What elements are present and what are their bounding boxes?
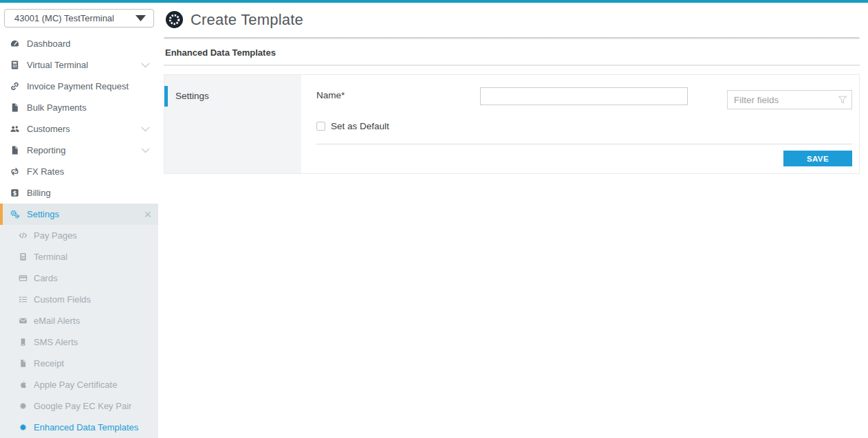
users-icon (8, 124, 21, 135)
sidebar-item-label: Billing (27, 188, 51, 198)
name-input[interactable] (480, 87, 688, 105)
code-icon (17, 230, 28, 241)
section-title: Enhanced Data Templates (164, 39, 860, 65)
exchange-icon (8, 166, 21, 177)
sidebar-item-label: Dashboard (27, 39, 71, 49)
sidebar-item-label: Settings (27, 209, 59, 219)
sidebar-item-customers[interactable]: Customers (0, 118, 158, 140)
chevron-down-icon (139, 124, 151, 135)
sidebar-item-google-pay-ec-key-pair[interactable]: Google Pay EC Key Pair (0, 395, 158, 417)
calculator-icon (8, 60, 21, 71)
sidebar-item-billing[interactable]: $Billing (0, 182, 158, 204)
chevron-down-icon (139, 60, 151, 71)
sidebar-item-label: Pay Pages (34, 230, 77, 241)
sidebar-item-label: Virtual Terminal (27, 60, 88, 70)
chevron-down-icon (139, 145, 151, 156)
sidebar-item-dashboard[interactable]: Dashboard (0, 33, 158, 54)
name-label: Name* (316, 87, 480, 100)
sidebar-item-label: eMail Alerts (34, 316, 80, 326)
sidebar-item-pay-pages[interactable]: Pay Pages (0, 225, 158, 246)
gear-badge-icon (165, 10, 184, 29)
sidebar-item-label: Bulk Payments (27, 102, 87, 113)
terminal-select[interactable]: 43001 (MC) TestTerminal (4, 9, 154, 28)
tab-settings[interactable]: Settings (164, 86, 301, 107)
dashboard-icon (8, 39, 21, 50)
sidebar-item-label: Terminal (34, 252, 67, 262)
set-as-default-checkbox[interactable] (316, 122, 325, 131)
save-button[interactable]: SAVE (783, 151, 852, 166)
settings-submenu: Pay PagesTerminalCardsCustom FieldseMail… (0, 225, 158, 438)
sidebar-item-label: Apple Pay Certificate (34, 380, 117, 390)
template-gear-icon (17, 422, 28, 433)
sidebar-item-label: Invoice Payment Request (27, 81, 129, 91)
sidebar-nav: DashboardVirtual TerminalInvoice Payment… (0, 33, 158, 225)
page-title: Create Template (191, 11, 303, 29)
sidebar-item-fx-rates[interactable]: FX Rates (0, 161, 158, 182)
envelope-icon (17, 316, 28, 327)
app-layout: 43001 (MC) TestTerminal DashboardVirtual… (0, 3, 868, 438)
caret-down-icon (134, 13, 147, 24)
sidebar-item-label: Receipt (34, 358, 64, 369)
sidebar-item-label: Enhanced Data Templates (34, 422, 138, 432)
filter-fields-wrap (727, 90, 852, 109)
receipt-icon (17, 358, 28, 369)
sidebar-item-settings[interactable]: Settings× (0, 204, 158, 225)
funnel-icon (838, 95, 847, 105)
name-row: Name* (316, 87, 852, 109)
sidebar-item-label: Cards (34, 273, 58, 283)
svg-text:$: $ (12, 190, 17, 197)
main-content: Create Template Enhanced Data Templates … (158, 3, 868, 438)
template-form-card: Settings Name* Set as Default (164, 74, 860, 174)
sidebar-item-apple-pay-certificate[interactable]: Apple Pay Certificate (0, 374, 158, 395)
sidebar-item-email-alerts[interactable]: eMail Alerts (0, 310, 158, 331)
sidebar-item-enhanced-data-templates[interactable]: Enhanced Data Templates (0, 417, 158, 438)
sidebar-item-bulk-payments[interactable]: Bulk Payments (0, 97, 158, 118)
google-pay-icon (17, 401, 28, 412)
page-header: Create Template (164, 3, 860, 37)
actions-row: SAVE (316, 151, 852, 166)
list-icon (17, 294, 28, 305)
apple-icon (17, 380, 28, 391)
sidebar-item-label: Google Pay EC Key Pair (34, 401, 131, 411)
sidebar-item-invoice-payment-request[interactable]: Invoice Payment Request (0, 76, 158, 97)
sidebar-item-label: FX Rates (27, 166, 64, 177)
sidebar-item-virtual-terminal[interactable]: Virtual Terminal (0, 54, 158, 76)
billing-icon: $ (8, 188, 21, 199)
report-icon (8, 145, 21, 156)
close-icon[interactable]: × (144, 210, 151, 219)
terminal-select-value: 43001 (MC) TestTerminal (14, 13, 114, 23)
card-icon (17, 273, 28, 284)
default-row: Set as Default (316, 121, 852, 131)
sidebar-item-reporting[interactable]: Reporting (0, 140, 158, 161)
filter-fields-input[interactable] (727, 90, 852, 109)
form-tab-rail: Settings (164, 75, 301, 173)
sidebar-item-label: Custom Fields (34, 294, 91, 305)
divider (316, 144, 852, 144)
mobile-icon (17, 337, 28, 348)
link-icon (8, 81, 21, 92)
gears-icon (8, 209, 21, 220)
sidebar-item-label: SMS Alerts (34, 337, 78, 347)
form-body: Name* Set as Default SAVE (301, 75, 859, 173)
sidebar: 43001 (MC) TestTerminal DashboardVirtual… (0, 3, 158, 438)
sidebar-item-label: Reporting (27, 145, 65, 155)
sidebar-item-receipt[interactable]: Receipt (0, 353, 158, 374)
divider (164, 65, 860, 66)
calculator-icon (17, 252, 28, 263)
document-icon (8, 102, 21, 113)
sidebar-item-label: Customers (27, 124, 70, 134)
sidebar-item-terminal[interactable]: Terminal (0, 246, 158, 267)
set-as-default-label: Set as Default (331, 121, 389, 131)
sidebar-item-cards[interactable]: Cards (0, 267, 158, 289)
sidebar-item-custom-fields[interactable]: Custom Fields (0, 289, 158, 310)
sidebar-item-sms-alerts[interactable]: SMS Alerts (0, 331, 158, 353)
